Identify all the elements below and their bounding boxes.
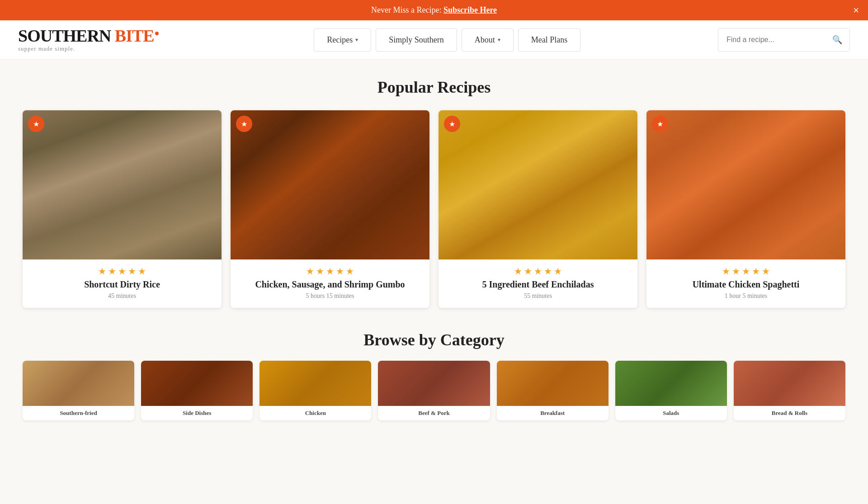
recipe-stars-gumbo: ★ ★ ★ ★ ★ [238,266,422,277]
nav-item-simply-southern[interactable]: Simply Southern [376,28,457,52]
recipe-card-spaghetti[interactable]: ★ ★ ★ ★ ★ ★ Ultimate Chicken Spaghetti 1… [646,110,845,308]
main-content: Popular Recipes ★ ★ ★ ★ ★ ★ Shortcut Dir… [0,60,868,438]
search-icon: 🔍 [832,35,842,44]
star-1: ★ [98,266,106,276]
recipe-name-gumbo: Chicken, Sausage, and Shrimp Gumbo [238,279,422,290]
category-card-breakfast[interactable]: Breakfast [497,361,609,420]
recipe-time-spaghetti: 1 hour 5 minutes [654,292,838,300]
category-card-beef-pork[interactable]: Beef & Pork [378,361,490,420]
recipe-time-dirty-rice: 45 minutes [30,292,214,300]
recipe-time-gumbo: 5 hours 15 minutes [238,292,422,300]
star-icon: ★ [33,120,39,128]
logo-area[interactable]: SOUTHERN BITE supper made simple. [18,27,159,52]
logo-tagline: supper made simple. [18,45,75,52]
recipe-name-spaghetti: Ultimate Chicken Spaghetti [654,279,838,290]
recipe-stars-spaghetti: ★ ★ ★ ★ ★ [654,266,838,277]
star-icon-enchiladas: ★ [449,120,455,128]
recipe-favorite-badge-enchiladas: ★ [444,116,460,132]
recipe-name-enchiladas: 5 Ingredient Beef Enchiladas [446,279,630,290]
category-card-side-dishes[interactable]: Side Dishes [141,361,253,420]
star-icon-gumbo: ★ [241,120,247,128]
recipe-stars-enchiladas: ★ ★ ★ ★ ★ [446,266,630,277]
recipe-name-dirty-rice: Shortcut Dirty Rice [30,279,214,290]
search-button[interactable]: 🔍 [825,28,849,51]
chevron-down-icon-2: ▾ [498,37,500,43]
star-3: ★ [118,266,126,276]
category-label-7: Bread & Rolls [734,406,845,420]
nav-item-meal-plans[interactable]: Meal Plans [518,28,581,52]
header: SOUTHERN BITE supper made simple. Recipe… [0,20,868,60]
recipe-image-dirty-rice: ★ [23,110,222,259]
star-5: ★ [138,266,146,276]
nav-item-about[interactable]: About ▾ [462,28,514,52]
category-card-bread-rolls[interactable]: Bread & Rolls [734,361,845,420]
browse-category-title: Browse by Category [23,330,845,349]
popular-recipes-title: Popular Recipes [23,78,845,97]
category-image-3 [259,361,371,406]
logo-text: SOUTHERN BITE [18,27,159,44]
recipes-grid: ★ ★ ★ ★ ★ ★ Shortcut Dirty Rice 45 minut… [23,110,845,308]
category-card-salads[interactable]: Salads [615,361,727,420]
main-nav: Recipes ▾ Simply Southern About ▾ Meal P… [190,28,704,52]
recipe-card-enchiladas[interactable]: ★ ★ ★ ★ ★ ★ 5 Ingredient Beef Enchiladas… [439,110,637,308]
category-card-southern-fried[interactable]: Southern-fried [23,361,134,420]
category-label-4: Beef & Pork [378,406,490,420]
recipe-time-enchiladas: 55 minutes [446,292,630,300]
recipe-stars: ★ ★ ★ ★ ★ [30,266,214,277]
category-label-2: Side Dishes [141,406,253,420]
category-image-7 [734,361,845,406]
search-bar: 🔍 [718,28,850,52]
chevron-down-icon: ▾ [355,37,358,43]
recipe-info-spaghetti: ★ ★ ★ ★ ★ Ultimate Chicken Spaghetti 1 h… [646,259,845,308]
recipe-card-gumbo[interactable]: ★ ★ ★ ★ ★ ★ Chicken, Sausage, and Shrimp… [231,110,429,308]
star-4: ★ [128,266,136,276]
star-icon-spaghetti: ★ [657,120,663,128]
star-2: ★ [108,266,116,276]
recipe-image-spaghetti: ★ [646,110,845,259]
category-label-1: Southern-fried [23,406,134,420]
category-image-1 [23,361,134,406]
categories-grid: Southern-fried Side Dishes Chicken Beef … [23,361,845,420]
category-card-chicken[interactable]: Chicken [259,361,371,420]
recipe-favorite-badge-gumbo: ★ [236,116,252,132]
banner-close-button[interactable]: × [853,5,859,16]
recipe-favorite-badge: ★ [28,116,44,132]
category-image-5 [497,361,609,406]
recipe-image-gumbo: ★ [231,110,429,259]
recipe-image-enchiladas: ★ [439,110,637,259]
recipe-favorite-badge-spaghetti: ★ [652,116,668,132]
recipe-info-dirty-rice: ★ ★ ★ ★ ★ Shortcut Dirty Rice 45 minutes [23,259,222,308]
category-label-5: Breakfast [497,406,609,420]
search-input[interactable] [718,29,825,50]
recipe-info-enchiladas: ★ ★ ★ ★ ★ 5 Ingredient Beef Enchiladas 5… [439,259,637,308]
subscribe-link[interactable]: Subscribe Here [443,5,497,14]
nav-item-recipes[interactable]: Recipes ▾ [314,28,371,52]
category-label-3: Chicken [259,406,371,420]
category-label-6: Salads [615,406,727,420]
category-image-6 [615,361,727,406]
banner-text: Never Miss a Recipe: [371,5,443,14]
recipe-info-gumbo: ★ ★ ★ ★ ★ Chicken, Sausage, and Shrimp G… [231,259,429,308]
top-banner: Never Miss a Recipe: Subscribe Here × [0,0,868,20]
category-image-2 [141,361,253,406]
category-image-4 [378,361,490,406]
recipe-card-dirty-rice[interactable]: ★ ★ ★ ★ ★ ★ Shortcut Dirty Rice 45 minut… [23,110,222,308]
